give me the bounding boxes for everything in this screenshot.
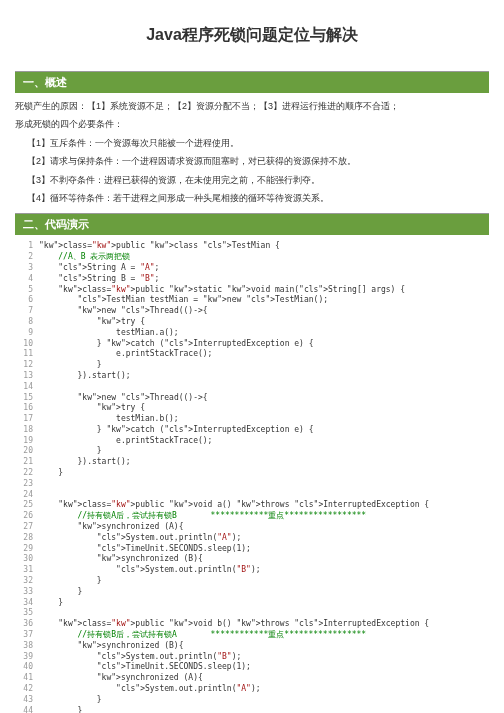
code-line: 28 "cls">System.out.println("A"); — [15, 533, 489, 544]
code-line: 14 — [15, 382, 489, 393]
code-line: 35 — [15, 608, 489, 619]
conditions-title: 形成死锁的四个必要条件： — [15, 117, 489, 131]
code-line: 7 "kw">new "cls">Thread(()->{ — [15, 306, 489, 317]
code-line: 38 "kw">synchronized (B){ — [15, 641, 489, 652]
code-line: 22 } — [15, 468, 489, 479]
code-block: 1"kw">class="kw">public "kw">class "cls"… — [15, 241, 489, 713]
code-line: 36 "kw">class="kw">public "kw">void b() … — [15, 619, 489, 630]
code-line: 20 } — [15, 446, 489, 457]
code-line: 39 "cls">System.out.println("B"); — [15, 652, 489, 663]
code-line: 44 } — [15, 706, 489, 713]
code-line: 13 }).start(); — [15, 371, 489, 382]
code-line: 21 }).start(); — [15, 457, 489, 468]
code-line: 25 "kw">class="kw">public "kw">void a() … — [15, 500, 489, 511]
code-line: 40 "cls">TimeUnit.SECONDS.sleep(1); — [15, 662, 489, 673]
code-line: 9 testMian.a(); — [15, 328, 489, 339]
code-line: 34 } — [15, 598, 489, 609]
code-line: 17 testMian.b(); — [15, 414, 489, 425]
code-line: 32 } — [15, 576, 489, 587]
code-line: 27 "kw">synchronized (A){ — [15, 522, 489, 533]
code-line: 4 "cls">String B = "B"; — [15, 274, 489, 285]
code-line: 30 "kw">synchronized (B){ — [15, 554, 489, 565]
cond-2: 【2】请求与保持条件：一个进程因请求资源而阻塞时，对已获得的资源保持不放。 — [27, 154, 489, 168]
section-1-header: 一、概述 — [15, 71, 489, 93]
page-title: Java程序死锁问题定位与解决 — [15, 25, 489, 46]
intro-text: 死锁产生的原因：【1】系统资源不足；【2】资源分配不当；【3】进程运行推进的顺序… — [15, 99, 489, 113]
code-line: 19 e.printStackTrace(); — [15, 436, 489, 447]
cond-1: 【1】互斥条件：一个资源每次只能被一个进程使用。 — [27, 136, 489, 150]
cond-3: 【3】不剥夺条件：进程已获得的资源，在未使用完之前，不能强行剥夺。 — [27, 173, 489, 187]
code-line: 10 } "kw">catch ("cls">InterruptedExcept… — [15, 339, 489, 350]
code-line: 43 } — [15, 695, 489, 706]
cond-4: 【4】循环等待条件：若干进程之间形成一种头尾相接的循环等待资源关系。 — [27, 191, 489, 205]
code-line: 31 "cls">System.out.println("B"); — [15, 565, 489, 576]
code-line: 5 "kw">class="kw">public "kw">static "kw… — [15, 285, 489, 296]
code-line: 29 "cls">TimeUnit.SECONDS.sleep(1); — [15, 544, 489, 555]
code-line: 3 "cls">String A = "A"; — [15, 263, 489, 274]
code-line: 1"kw">class="kw">public "kw">class "cls"… — [15, 241, 489, 252]
code-line: 37 //持有锁B后，尝试持有锁A ************重点********… — [15, 630, 489, 641]
code-line: 2 //A、B 表示两把锁 — [15, 252, 489, 263]
section-2-header: 二、代码演示 — [15, 213, 489, 235]
code-line: 33 } — [15, 587, 489, 598]
code-line: 8 "kw">try { — [15, 317, 489, 328]
code-line: 18 } "kw">catch ("cls">InterruptedExcept… — [15, 425, 489, 436]
code-line: 15 "kw">new "cls">Thread(()->{ — [15, 393, 489, 404]
code-line: 41 "kw">synchronized (A){ — [15, 673, 489, 684]
code-line: 6 "cls">TestMian testMian = "kw">new "cl… — [15, 295, 489, 306]
code-line: 24 — [15, 490, 489, 501]
code-line: 42 "cls">System.out.println("A"); — [15, 684, 489, 695]
code-line: 26 //持有锁A后，尝试持有锁B ************重点********… — [15, 511, 489, 522]
code-line: 11 e.printStackTrace(); — [15, 349, 489, 360]
code-line: 23 — [15, 479, 489, 490]
code-line: 12 } — [15, 360, 489, 371]
code-line: 16 "kw">try { — [15, 403, 489, 414]
